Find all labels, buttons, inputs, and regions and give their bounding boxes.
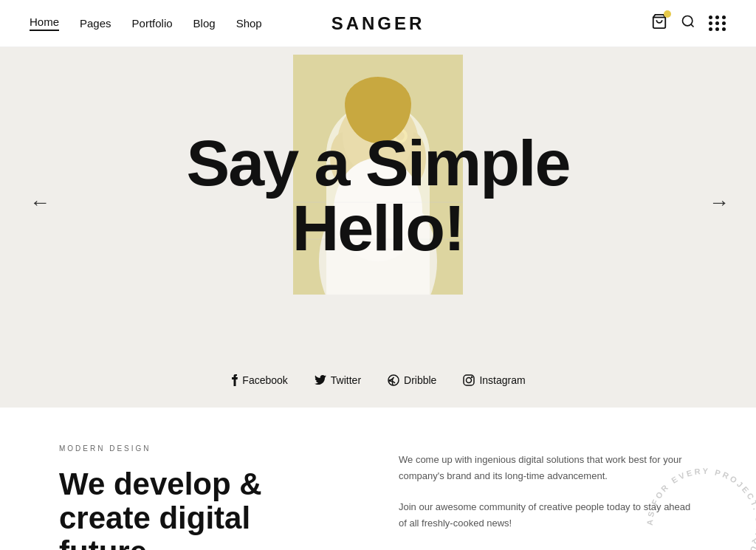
header-icons <box>651 13 726 33</box>
dribble-label: Dribble <box>404 374 436 386</box>
svg-point-18 <box>472 377 472 377</box>
svg-point-4 <box>319 188 437 295</box>
bottom-section: MODERN DESIGN We develop & create digita… <box>0 408 756 550</box>
nav-portfolio[interactable]: Portfolio <box>132 17 173 30</box>
search-icon[interactable] <box>681 14 695 32</box>
facebook-label: Facebook <box>242 374 287 386</box>
twitter-label: Twitter <box>331 374 361 386</box>
hero-photo <box>293 55 463 295</box>
cart-badge <box>664 10 671 18</box>
rotating-stamp: AS FOR EVERY PROJECT. UNIQUE • <box>630 452 756 550</box>
svg-point-10 <box>393 128 408 143</box>
svg-point-7 <box>330 132 357 184</box>
site-logo[interactable]: SANGER <box>331 13 425 34</box>
cart-icon[interactable] <box>651 13 667 33</box>
next-arrow[interactable]: → <box>709 192 726 213</box>
svg-point-17 <box>467 378 472 383</box>
svg-point-12 <box>334 158 422 261</box>
nav-blog[interactable]: Blog <box>193 17 216 30</box>
svg-point-8 <box>399 132 426 184</box>
social-twitter[interactable]: Twitter <box>315 374 361 386</box>
section-heading: We develop & create digital future. <box>59 467 354 550</box>
nav-shop[interactable]: Shop <box>236 17 262 30</box>
instagram-label: Instagram <box>479 374 525 386</box>
svg-line-2 <box>691 24 694 27</box>
social-dribble[interactable]: Dribble <box>388 374 436 386</box>
svg-rect-5 <box>367 169 389 199</box>
nav-home[interactable]: Home <box>30 16 59 31</box>
main-nav: Home Pages Portfolio Blog Shop <box>30 16 262 31</box>
header: Home Pages Portfolio Blog Shop SANGER <box>0 0 756 47</box>
svg-rect-3 <box>293 55 463 295</box>
left-column: MODERN DESIGN We develop & create digita… <box>59 444 354 550</box>
hero-image <box>293 55 463 295</box>
prev-arrow[interactable]: ← <box>30 192 47 213</box>
svg-point-11 <box>396 131 405 140</box>
svg-point-9 <box>343 95 413 176</box>
social-facebook[interactable]: Facebook <box>230 374 287 387</box>
nav-pages[interactable]: Pages <box>80 17 111 30</box>
svg-text:AS FOR EVERY PROJECT. UNIQUE •: AS FOR EVERY PROJECT. UNIQUE • <box>645 466 756 550</box>
svg-point-6 <box>337 99 419 188</box>
social-bar: Facebook Twitter Dribble Instagram <box>0 357 756 408</box>
hero-section: ← → Say a Simple Hello! <box>0 47 756 357</box>
grid-icon[interactable] <box>709 16 726 31</box>
svg-point-1 <box>683 16 693 26</box>
section-tag: MODERN DESIGN <box>59 444 354 453</box>
social-instagram[interactable]: Instagram <box>463 374 525 386</box>
